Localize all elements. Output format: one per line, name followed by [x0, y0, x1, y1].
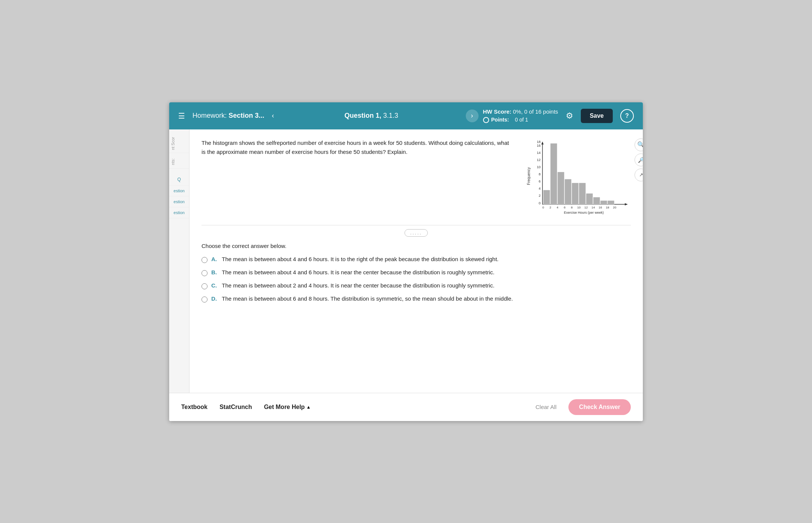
clear-all-button[interactable]: Clear All: [535, 404, 556, 410]
sidebar-item-q4[interactable]: estion: [169, 207, 189, 218]
divider-dots: .....: [404, 229, 428, 237]
question-label: Question 1, 3.1.3: [282, 112, 461, 120]
divider-row: .....: [201, 225, 631, 237]
question-text: The histogram shows the selfreported num…: [201, 138, 514, 217]
svg-marker-2: [541, 141, 544, 144]
points-row: Points: 0 of 1: [483, 116, 558, 124]
histogram-chart: 0 2 4 6 8 10 12 14 16 18 Frequency 0: [526, 138, 631, 217]
main-content: The histogram shows the selfreported num…: [189, 129, 643, 393]
svg-text:16: 16: [599, 206, 602, 209]
svg-text:0: 0: [539, 201, 541, 205]
score-section: HW Score: 0%, 0 of 16 points Points: 0 o…: [483, 108, 558, 124]
svg-text:6: 6: [539, 179, 541, 183]
page-wrapper: ☰ Homework: Section 3... ‹ Question 1, 3…: [169, 102, 643, 421]
bar-16-18: [600, 201, 607, 204]
statcrunch-link[interactable]: StatCrunch: [220, 404, 252, 410]
bar-6-8: [565, 179, 571, 204]
svg-text:Exercise Hours (per week): Exercise Hours (per week): [564, 211, 604, 214]
bar-10-12: [579, 183, 586, 204]
bar-0-2: [543, 190, 550, 204]
hw-score-text: HW Score: 0%, 0 of 16 points: [483, 108, 558, 116]
nav-back-button[interactable]: ‹: [269, 110, 277, 121]
svg-text:Frequency: Frequency: [527, 167, 531, 185]
nav-forward-button[interactable]: ›: [466, 109, 479, 122]
zoom-out-button[interactable]: 🔎: [635, 154, 643, 166]
sidebar-item-q1[interactable]: Q: [169, 174, 189, 185]
top-bar: ☰ Homework: Section 3... ‹ Question 1, 3…: [169, 102, 643, 129]
option-d-letter: D.: [211, 295, 218, 302]
svg-text:14: 14: [537, 151, 541, 155]
zoom-in-button[interactable]: 🔍: [635, 138, 643, 151]
svg-text:20: 20: [613, 206, 617, 209]
bar-12-14: [586, 193, 593, 204]
svg-text:16: 16: [537, 144, 541, 147]
radio-a[interactable]: [201, 257, 208, 263]
save-button[interactable]: Save: [581, 109, 613, 123]
svg-text:8: 8: [539, 172, 541, 176]
sidebar-item-q2[interactable]: estion: [169, 185, 189, 196]
bar-2-4: [550, 143, 557, 204]
option-b-text: The mean is between about 4 and 6 hours.…: [222, 269, 494, 275]
expand-button[interactable]: ↗: [635, 169, 643, 181]
svg-text:10: 10: [577, 206, 581, 209]
sidebar-item-q3[interactable]: estion: [169, 196, 189, 207]
svg-text:18: 18: [537, 140, 541, 144]
svg-text:8: 8: [571, 206, 573, 209]
svg-text:2: 2: [550, 206, 551, 209]
radio-d[interactable]: [201, 296, 208, 303]
svg-marker-3: [625, 203, 628, 205]
gear-button[interactable]: ⚙: [566, 111, 573, 121]
option-a-letter: A.: [211, 256, 218, 262]
option-d-text: The mean is between about 6 and 8 hours.…: [222, 295, 513, 302]
get-more-help-link[interactable]: Get More Help: [264, 404, 304, 410]
answer-option-c[interactable]: C. The mean is between about 2 and 4 hou…: [201, 282, 631, 289]
option-c-text: The mean is between about 2 and 4 hours.…: [222, 282, 494, 289]
chart-controls: 🔍 🔎 ↗: [635, 138, 643, 181]
svg-text:14: 14: [592, 206, 595, 209]
help-button[interactable]: ?: [620, 109, 634, 123]
option-a-text: The mean is between about 4 and 6 hours.…: [222, 256, 498, 262]
option-b-letter: B.: [211, 269, 218, 275]
get-more-help[interactable]: Get More Help ▲: [264, 404, 311, 410]
bar-8-10: [572, 183, 579, 204]
check-answer-button[interactable]: Check Answer: [568, 399, 631, 415]
answer-option-a[interactable]: A. The mean is between about 4 and 6 hou…: [201, 256, 631, 263]
chart-area: 0 2 4 6 8 10 12 14 16 18 Frequency 0: [526, 138, 631, 217]
homework-title: Homework: Section 3...: [192, 112, 264, 120]
radio-c[interactable]: [201, 283, 208, 289]
svg-text:4: 4: [557, 206, 559, 209]
svg-text:12: 12: [537, 158, 541, 162]
textbook-link[interactable]: Textbook: [181, 404, 208, 410]
svg-text:10: 10: [537, 165, 541, 169]
answer-option-b[interactable]: B. The mean is between about 4 and 6 hou…: [201, 269, 631, 276]
sidebar: nt Scor nts: Q estion estion estion: [169, 129, 189, 393]
question-section: The histogram shows the selfreported num…: [201, 138, 631, 217]
bottom-bar: Textbook StatCrunch Get More Help ▲ Clea…: [169, 393, 643, 421]
svg-text:2: 2: [539, 194, 541, 198]
sidebar-item-score: nt Scor: [169, 134, 189, 154]
svg-text:4: 4: [539, 187, 541, 190]
svg-text:12: 12: [585, 206, 588, 209]
option-c-letter: C.: [211, 282, 218, 289]
bar-14-16: [593, 197, 600, 204]
content-area: nt Scor nts: Q estion estion estion The …: [169, 129, 643, 393]
svg-text:6: 6: [564, 206, 566, 209]
radio-b[interactable]: [201, 270, 208, 276]
svg-text:0: 0: [542, 206, 544, 209]
get-more-help-arrow: ▲: [306, 404, 311, 410]
answer-option-d[interactable]: D. The mean is between about 6 and 8 hou…: [201, 295, 631, 303]
sidebar-item-pts: nts:: [169, 155, 189, 169]
bar-4-6: [557, 172, 564, 204]
choose-prompt: Choose the correct answer below.: [201, 243, 631, 249]
circle-icon: [483, 117, 489, 123]
bar-18-20: [607, 201, 614, 204]
menu-icon[interactable]: ☰: [178, 111, 185, 120]
svg-text:18: 18: [606, 206, 609, 209]
